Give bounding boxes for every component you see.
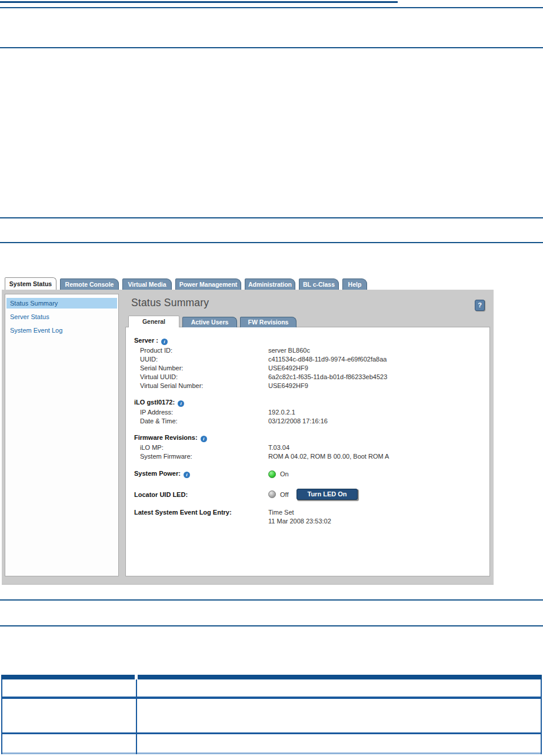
firmware-section-heading: Firmware Revisions:i <box>134 434 489 443</box>
help-button[interactable]: ? <box>475 300 485 311</box>
system-power-row: System Power:i On <box>134 469 489 479</box>
general-tab-content: Server :i Product ID:server BL860c UUID:… <box>125 327 490 576</box>
server-section-heading: Server :i <box>134 337 489 346</box>
tab-help[interactable]: Help <box>342 278 367 290</box>
field-value: USE6492HF9 <box>268 382 308 389</box>
tab-power-management[interactable]: Power Management <box>175 278 241 290</box>
ilo-section: iLO gstl0172:i IP Address:192.0.2.1 Date… <box>134 399 489 425</box>
tab-administration[interactable]: Administration <box>245 278 295 290</box>
server-heading-label: Server : <box>134 337 158 344</box>
nav-tab-bar: System Status Remote Console Virtual Med… <box>2 277 494 290</box>
tab-remote-console[interactable]: Remote Console <box>60 278 119 290</box>
latest-log-label: Latest System Event Log Entry: <box>134 509 268 516</box>
locator-uid-label: Locator UID LED: <box>134 491 268 498</box>
header-rule-2 <box>0 47 543 48</box>
system-power-text: System Power: <box>134 470 181 477</box>
table-column-divider <box>136 679 137 754</box>
sidebar: Status Summary Server Status System Even… <box>5 294 119 576</box>
ilo-screenshot: System Status Remote Console Virtual Med… <box>2 277 494 585</box>
field-label: System Firmware: <box>140 453 268 460</box>
system-power-label: System Power:i <box>134 470 268 478</box>
tab-active-users[interactable]: Active Users <box>182 317 237 327</box>
sidebar-item-system-event-log[interactable]: System Event Log <box>6 325 117 336</box>
field-value: USE6492HF9 <box>268 364 308 372</box>
field-label: IP Address: <box>140 409 268 416</box>
field-value: c411534c-d848-11d9-9974-e69f602fa8aa <box>268 356 387 363</box>
sidebar-item-status-summary[interactable]: Status Summary <box>6 298 117 309</box>
field-value: 6a2c82c1-f635-11da-b01d-f86233eb4523 <box>268 373 387 380</box>
field-label: Virtual UUID: <box>140 373 268 380</box>
firmware-section: Firmware Revisions:i iLO MP:T.03.04 Syst… <box>134 434 489 460</box>
page-title: Status Summary <box>131 297 209 309</box>
latest-log-line1: Time Set <box>268 509 331 518</box>
locator-uid-status: Off <box>280 491 288 498</box>
locator-uid-row: Locator UID LED: Off Turn LED On <box>134 489 489 500</box>
field-label: Product ID: <box>140 347 268 354</box>
latest-log-line2: 11 Mar 2008 23:53:02 <box>268 518 331 526</box>
field-value: 192.0.2.1 <box>268 409 295 416</box>
tab-virtual-media[interactable]: Virtual Media <box>122 278 172 290</box>
field-value: server BL860c <box>268 347 310 354</box>
server-section: Server :i Product ID:server BL860c UUID:… <box>134 337 489 390</box>
field-label: Serial Number: <box>140 364 268 372</box>
tab-fw-revisions[interactable]: FW Revisions <box>240 317 297 327</box>
field-label: Date & Time: <box>140 417 268 425</box>
latest-log-row: Latest System Event Log Entry: Time Set … <box>134 509 489 526</box>
table-header-row <box>1 675 542 679</box>
turn-led-on-button[interactable]: Turn LED On <box>297 489 357 500</box>
tab-general[interactable]: General <box>128 316 179 327</box>
field-label: UUID: <box>140 356 268 363</box>
lower-rule-1 <box>0 599 543 601</box>
info-icon[interactable]: i <box>161 339 168 345</box>
table-header-cell <box>138 675 542 679</box>
field-value: 03/12/2008 17:16:16 <box>268 417 328 425</box>
table-row <box>2 679 541 699</box>
uid-led-off-icon <box>268 490 276 498</box>
field-label: iLO MP: <box>140 444 268 451</box>
mid-rule-2 <box>0 242 543 243</box>
table-body <box>1 679 542 754</box>
ilo-section-heading: iLO gstl0172:i <box>134 399 489 407</box>
table-row <box>2 699 541 734</box>
field-value: ROM A 04.02, ROM B 00.00, Boot ROM A <box>268 453 389 460</box>
header-rule-1 <box>0 7 543 8</box>
info-icon[interactable]: i <box>178 400 184 407</box>
bottom-table <box>1 675 542 756</box>
ilo-heading-label: iLO gstl0172: <box>134 399 175 406</box>
field-value: T.03.04 <box>268 444 289 451</box>
table-header-cell <box>1 675 135 679</box>
firmware-heading-label: Firmware Revisions: <box>134 434 198 441</box>
tab-bl-c-class[interactable]: BL c-Class <box>299 278 339 290</box>
top-partial-rule <box>0 1 398 3</box>
power-led-on-icon <box>268 470 276 478</box>
info-icon[interactable]: i <box>184 472 190 478</box>
content-band: Status Summary Server Status System Even… <box>2 290 494 585</box>
latest-log-value: Time Set 11 Mar 2008 23:53:02 <box>268 509 331 526</box>
info-icon[interactable]: i <box>201 436 207 442</box>
tab-system-status[interactable]: System Status <box>5 277 56 290</box>
main-panel: Status Summary ? General Active Users FW… <box>125 294 490 576</box>
sidebar-item-server-status[interactable]: Server Status <box>6 311 117 322</box>
mid-rule-1 <box>0 217 543 218</box>
lower-rule-2 <box>0 625 543 626</box>
system-power-status: On <box>280 470 289 478</box>
sub-tab-bar: General Active Users FW Revisions <box>128 316 299 327</box>
field-label: Virtual Serial Number: <box>140 382 268 389</box>
table-row <box>2 734 541 754</box>
